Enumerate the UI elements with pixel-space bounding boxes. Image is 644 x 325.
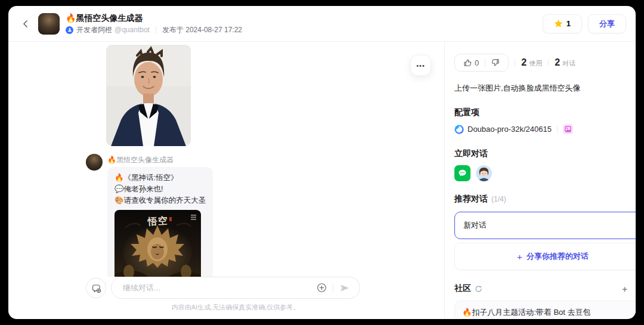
divider bbox=[156, 26, 156, 33]
developer-name[interactable]: 开发者阿橙 bbox=[76, 25, 112, 35]
send-button[interactable] bbox=[337, 283, 352, 293]
page-title: 🔥黑悟空头像生成器 bbox=[66, 13, 242, 23]
chat-area: ••• 🔥黑悟空头像生成器 🔥《黑神话:悟空》 💬俺老孙来也! 🎨请查收专属你的… bbox=[8, 42, 445, 318]
stats-row: 0 2 使用 bbox=[454, 54, 636, 72]
doubao-model-icon bbox=[454, 125, 464, 134]
chat-input-container bbox=[111, 277, 360, 299]
message-bot-name: 🔥黑悟空头像生成器 bbox=[107, 155, 174, 165]
plus-circle-icon bbox=[317, 283, 327, 293]
image-plugin-icon[interactable] bbox=[563, 124, 573, 134]
chat-input[interactable] bbox=[112, 283, 314, 292]
share-recommended-chat-button[interactable]: + 分享你推荐的对话 bbox=[454, 243, 636, 270]
send-icon bbox=[339, 283, 350, 293]
new-chat-icon bbox=[91, 283, 101, 293]
thumbs-down-icon bbox=[491, 58, 500, 67]
message-line: 💬俺老孙来也! bbox=[114, 184, 206, 195]
favorite-count: 1 bbox=[566, 19, 571, 28]
bot-avatar bbox=[38, 13, 60, 35]
poster-menu-icon bbox=[191, 215, 196, 220]
share-chat-label: 分享你推荐的对话 bbox=[527, 251, 589, 262]
developer-badge-icon bbox=[66, 26, 73, 34]
user-uploaded-photo[interactable] bbox=[106, 45, 191, 146]
conversation-label: 对话 bbox=[562, 59, 575, 68]
chat-now-row bbox=[454, 165, 636, 181]
usage-count: 2 bbox=[521, 57, 527, 68]
share-button[interactable]: 分享 bbox=[588, 14, 626, 33]
svg-text:悟空: 悟空 bbox=[146, 215, 168, 227]
divider bbox=[515, 59, 515, 66]
more-dots-icon: ••• bbox=[416, 62, 425, 69]
usage-stat: 2 使用 bbox=[521, 57, 542, 68]
community-post-title: 🔥扣子八月主题活动:带着 Bot 去豆包 bbox=[462, 307, 636, 318]
divider bbox=[548, 59, 549, 66]
wukong-poster-image: 悟空 bbox=[114, 210, 201, 277]
community-add-button[interactable]: + bbox=[622, 284, 627, 294]
chat-more-button[interactable]: ••• bbox=[410, 55, 431, 76]
attach-button[interactable] bbox=[314, 283, 329, 293]
model-name: Doubao-pro-32k/240615 bbox=[467, 125, 552, 134]
app-window: 🔥黑悟空头像生成器 开发者阿橙 @quantbot 发布于 2024-08-27… bbox=[8, 6, 636, 319]
like-count: 0 bbox=[475, 58, 479, 67]
thumbs-up-button[interactable]: 0 bbox=[457, 58, 485, 67]
message-bot-avatar bbox=[86, 154, 103, 171]
bot-description: 上传一张图片,自动换脸成黑悟空头像 bbox=[454, 82, 636, 94]
refresh-icon[interactable] bbox=[475, 285, 482, 293]
screen-background: 🔥黑悟空头像生成器 开发者阿橙 @quantbot 发布于 2024-08-27… bbox=[0, 0, 644, 325]
developer-handle[interactable]: @quantbot bbox=[114, 26, 150, 34]
community-post-card[interactable]: 🔥扣子八月主题活动:带着 Bot 去豆包 扣子厂小管家 @kouzik 6 bbox=[454, 301, 636, 318]
recommended-section-title: 推荐对话 (1/4) bbox=[454, 194, 636, 205]
bot-message-bubble: 🔥《黑神话:悟空》 💬俺老孙来也! 🎨请查收专属你的齐天大圣 bbox=[107, 167, 213, 277]
message-line: 🎨请查收专属你的齐天大圣 bbox=[114, 195, 206, 206]
bot-info-panel: 0 2 使用 bbox=[445, 42, 636, 318]
ai-disclaimer: 内容由AI生成,无法确保真实准确,仅供参考。 bbox=[111, 303, 360, 312]
new-chat-label: 新对话 bbox=[463, 220, 487, 231]
favorite-button[interactable]: 1 bbox=[543, 14, 582, 33]
vote-pill: 0 bbox=[454, 54, 509, 72]
community-title: 社区 bbox=[454, 283, 471, 294]
thumbs-down-button[interactable] bbox=[485, 58, 506, 67]
header-subtitle: 开发者阿橙 @quantbot 发布于 2024-08-27 17:22 bbox=[66, 25, 242, 35]
community-section-header: 社区 + bbox=[454, 283, 636, 294]
divider bbox=[557, 125, 558, 133]
back-button[interactable] bbox=[18, 16, 33, 32]
conversation-stat: 2 对话 bbox=[555, 57, 575, 68]
usage-label: 使用 bbox=[529, 59, 542, 68]
message-line: 🔥《黑神话:悟空》 bbox=[114, 172, 206, 184]
new-conversation-button[interactable] bbox=[86, 278, 106, 298]
conversation-count: 2 bbox=[555, 57, 560, 68]
wechat-channel-icon[interactable] bbox=[454, 165, 470, 181]
share-label: 分享 bbox=[599, 18, 615, 29]
recommended-count: (1/4) bbox=[491, 195, 506, 203]
recommended-title: 推荐对话 bbox=[454, 194, 488, 205]
publish-date: 发布于 2024-08-27 17:22 bbox=[162, 25, 242, 35]
header: 🔥黑悟空头像生成器 开发者阿橙 @quantbot 发布于 2024-08-27… bbox=[8, 6, 636, 42]
plus-icon: + bbox=[517, 252, 522, 262]
generated-wukong-image[interactable]: 悟空 bbox=[114, 210, 201, 277]
recommended-chat-card[interactable]: 新对话 bbox=[454, 212, 636, 239]
doubao-channel-avatar[interactable] bbox=[476, 165, 492, 181]
thumbs-up-icon bbox=[463, 58, 472, 67]
star-icon bbox=[554, 19, 563, 28]
model-row: Doubao-pro-32k/240615 bbox=[454, 124, 636, 134]
portrait-photo-image bbox=[106, 45, 191, 146]
header-text: 🔥黑悟空头像生成器 开发者阿橙 @quantbot 发布于 2024-08-27… bbox=[66, 13, 242, 35]
chat-input-row bbox=[8, 277, 444, 301]
chat-now-section-title: 立即对话 bbox=[454, 148, 636, 159]
divider bbox=[333, 284, 333, 292]
chevron-left-icon bbox=[21, 19, 30, 29]
config-section-title: 配置项 bbox=[454, 107, 636, 118]
chat-scroll-region[interactable]: ••• 🔥黑悟空头像生成器 🔥《黑神话:悟空》 💬俺老孙来也! 🎨请查收专属你的… bbox=[8, 42, 444, 277]
